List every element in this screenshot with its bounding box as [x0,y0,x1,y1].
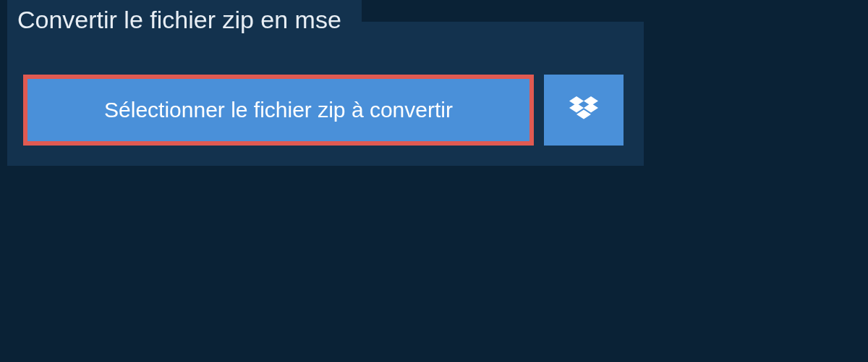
dropbox-button[interactable] [544,75,624,146]
select-file-button[interactable]: Sélectionner le fichier zip à convertir [23,75,534,146]
converter-panel: Convertir le fichier zip en mse Sélectio… [7,22,644,166]
action-row: Sélectionner le fichier zip à convertir [7,54,644,166]
select-file-label: Sélectionner le fichier zip à convertir [104,98,453,122]
dropbox-icon [569,96,598,124]
page-title: Convertir le fichier zip en mse [7,0,362,47]
